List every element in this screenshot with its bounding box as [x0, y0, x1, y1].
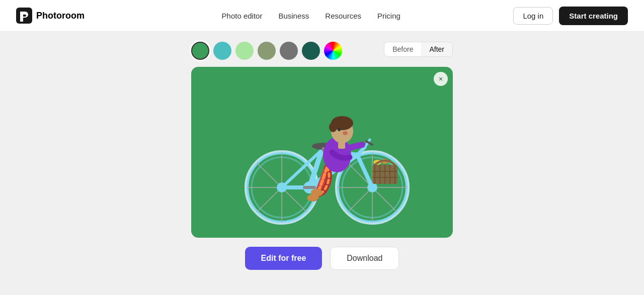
nav-pricing[interactable]: Pricing	[377, 12, 400, 20]
edit-for-free-button[interactable]: Edit for free	[245, 247, 323, 270]
bicycle-scene-svg	[216, 77, 428, 228]
action-buttons: Edit for free Download	[245, 247, 399, 270]
color-swatch-light-green[interactable]	[235, 42, 254, 60]
logo-text: Photoroom	[36, 11, 85, 21]
svg-rect-69	[338, 141, 345, 149]
main-content: Before After ×	[0, 32, 644, 295]
svg-point-67	[343, 131, 348, 135]
svg-line-42	[357, 155, 372, 187]
after-button[interactable]: After	[421, 42, 452, 56]
svg-point-68	[338, 128, 341, 131]
download-button[interactable]: Download	[330, 247, 399, 270]
nav-business[interactable]: Business	[278, 12, 309, 20]
close-button[interactable]: ×	[434, 72, 448, 86]
nav-resources[interactable]: Resources	[325, 12, 361, 20]
color-swatch-teal[interactable]	[213, 42, 231, 60]
nav-photo-editor[interactable]: Photo editor	[222, 12, 263, 20]
before-after-toggle: Before After	[384, 42, 453, 57]
start-creating-button[interactable]: Start creating	[559, 7, 628, 25]
before-button[interactable]: Before	[384, 42, 421, 56]
color-swatch-dark-green[interactable]	[191, 42, 209, 60]
navbar: Photoroom Photo editor Business Resource…	[0, 0, 644, 32]
color-swatch-olive[interactable]	[258, 42, 276, 60]
color-palette	[191, 42, 342, 60]
image-canvas: ×	[191, 67, 453, 238]
color-swatch-gray[interactable]	[280, 42, 298, 60]
nav-actions: Log in Start creating	[513, 7, 628, 25]
nav-links: Photo editor Business Resources Pricing	[109, 12, 513, 20]
color-swatch-dark-teal[interactable]	[302, 42, 320, 60]
color-swatch-rainbow[interactable]	[324, 42, 342, 60]
top-row: Before After	[191, 32, 453, 67]
svg-point-66	[329, 122, 337, 132]
logo-icon	[16, 8, 32, 24]
logo[interactable]: Photoroom	[16, 8, 85, 24]
login-button[interactable]: Log in	[513, 7, 553, 25]
